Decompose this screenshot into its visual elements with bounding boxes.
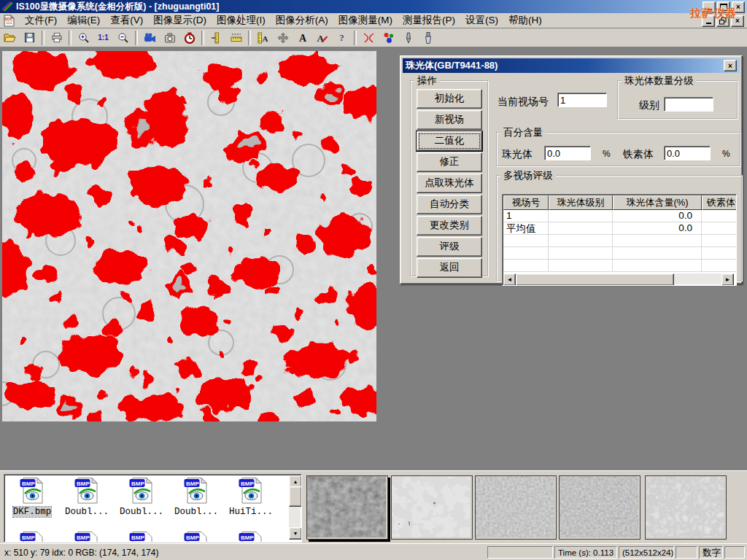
file-item-partial[interactable]: BMP: [170, 532, 222, 542]
timer-button[interactable]: [180, 29, 198, 46]
file-name[interactable]: DKF.bmp: [13, 507, 52, 517]
col-pearlite-content[interactable]: 珠光体含量(%): [613, 195, 702, 210]
init-button[interactable]: 初始化: [417, 89, 482, 109]
current-field-input[interactable]: [557, 93, 607, 107]
toolbar-separator: [135, 31, 138, 45]
thumbnail-2[interactable]: [391, 475, 473, 540]
thumbnail-3[interactable]: [475, 475, 557, 540]
svg-text:BMP: BMP: [22, 534, 35, 541]
micrograph-image[interactable]: [2, 51, 376, 421]
mdi-client-area: 珠光体(GB/T9441-88) × 操作 初始化 新视场 二值化 修正 点取珠…: [0, 47, 747, 470]
file-browser[interactable]: BMP DKF.bmp BMP Doubl... BMP: [4, 474, 302, 542]
zoom-out-button[interactable]: [114, 29, 132, 46]
file-item-partial[interactable]: BMP: [61, 532, 113, 542]
cell-pearlite: 0.0: [613, 222, 702, 235]
annotate-tool-button[interactable]: A: [313, 29, 331, 46]
text-a-icon: A: [298, 32, 308, 43]
curve-tool-button[interactable]: [360, 29, 378, 46]
window-maximize-button[interactable]: [717, 1, 730, 13]
table-row[interactable]: 平均值 0.0: [503, 222, 737, 235]
window-minimize-button[interactable]: [703, 1, 716, 13]
ferrite-percent-input[interactable]: [664, 146, 711, 160]
scroll-thumb[interactable]: [289, 486, 302, 507]
binarize-button[interactable]: 二值化: [417, 131, 482, 151]
change-class-button[interactable]: 更改类别: [417, 216, 482, 236]
menu-help[interactable]: 帮助(H): [503, 12, 547, 28]
video-capture-button[interactable]: [141, 29, 159, 46]
open-file-button[interactable]: [1, 29, 19, 46]
thumbnail-1[interactable]: [306, 475, 388, 540]
file-name[interactable]: Doubl...: [174, 507, 218, 517]
file-name[interactable]: HuiTi...: [229, 507, 273, 517]
menu-image-analysis[interactable]: 图像分析(A): [271, 12, 333, 28]
zoom-in-button[interactable]: [74, 29, 93, 46]
toolbar-separator: [201, 31, 204, 45]
fill-tool-button[interactable]: [419, 29, 437, 46]
file-browser-vscrollbar[interactable]: ▲ ▼: [289, 475, 301, 540]
caliper-measure-button[interactable]: [207, 29, 225, 46]
save-button[interactable]: [20, 29, 39, 46]
multi-field-group: 多视场评级 视场号 珠光体级别 珠光体含量(%) 铁素体含量(%) 1: [496, 169, 743, 281]
pick-pearlite-button[interactable]: 点取珠光体: [417, 174, 482, 193]
child-close-button[interactable]: ×: [731, 15, 744, 27]
table-row[interactable]: 1 0.0: [503, 210, 737, 222]
print-button[interactable]: [47, 29, 66, 46]
snapshot-button[interactable]: [160, 29, 179, 46]
child-minimize-button[interactable]: [702, 15, 715, 27]
menu-view[interactable]: 查看(V): [105, 12, 148, 28]
rating-table[interactable]: 视场号 珠光体级别 珠光体含量(%) 铁素体含量(%) 1 0.0: [502, 194, 737, 286]
dialog-close-button[interactable]: ×: [724, 60, 737, 71]
grade-input[interactable]: [664, 97, 713, 112]
text-tool-button[interactable]: A: [293, 29, 311, 46]
scroll-track[interactable]: [674, 273, 721, 284]
svg-text:BMP: BMP: [77, 481, 90, 487]
file-item[interactable]: BMP DKF.bmp: [6, 478, 58, 517]
title-bar: IS100显微摄像系统(金相分析版) - [zhuguangti01] ×: [0, 0, 747, 13]
file-item[interactable]: BMP HuiTi...: [225, 478, 277, 517]
document-system-icon[interactable]: DOC: [3, 15, 15, 27]
auto-classify-button[interactable]: 自动分类: [417, 195, 482, 214]
file-name[interactable]: Doubl...: [65, 507, 109, 517]
menu-measure-report[interactable]: 测量报告(P): [398, 12, 460, 28]
correct-button[interactable]: 修正: [417, 152, 482, 172]
return-button[interactable]: 返回: [417, 258, 482, 278]
scroll-right-button[interactable]: ►: [721, 273, 734, 286]
ruler-measure-button[interactable]: [227, 29, 245, 46]
col-ferrite-content[interactable]: 铁素体含量(%): [702, 195, 737, 210]
rate-button[interactable]: 评级: [417, 237, 482, 257]
file-item-partial[interactable]: BMP: [225, 532, 277, 542]
scroll-left-button[interactable]: ◄: [503, 273, 516, 286]
new-field-button[interactable]: 新视场: [417, 110, 482, 130]
file-name[interactable]: Doubl...: [120, 507, 163, 517]
window-close-button[interactable]: ×: [732, 1, 745, 13]
file-item-partial[interactable]: BMP: [115, 532, 168, 542]
phase-marker-button[interactable]: [379, 29, 398, 46]
help-button[interactable]: ?: [333, 29, 351, 46]
col-pearlite-grade[interactable]: 珠光体级别: [549, 195, 613, 210]
pearlite-percent-input[interactable]: [544, 146, 591, 160]
child-restore-button[interactable]: [716, 15, 729, 27]
col-field-number[interactable]: 视场号: [503, 195, 549, 210]
menu-edit[interactable]: 编辑(E): [62, 12, 105, 28]
menu-image-display[interactable]: 图像显示(D): [148, 12, 212, 28]
menu-image-processing[interactable]: 图像处理(I): [212, 12, 271, 28]
menu-image-measure[interactable]: 图像测量(M): [333, 12, 398, 28]
file-item[interactable]: BMP Doubl...: [115, 478, 168, 517]
table-hscrollbar[interactable]: ◄ ►: [503, 273, 734, 284]
thumbnail-4[interactable]: [559, 475, 640, 540]
dialog-title-bar[interactable]: 珠光体(GB/T9441-88) ×: [403, 58, 740, 73]
calibrate-button[interactable]: A: [254, 29, 272, 46]
cell-grade: [549, 222, 613, 235]
scroll-down-button[interactable]: ▼: [289, 527, 302, 540]
menu-settings[interactable]: 设置(S): [460, 12, 503, 28]
actual-size-button[interactable]: 1:1: [94, 29, 112, 46]
file-item-partial[interactable]: BMP: [6, 532, 58, 542]
file-item[interactable]: BMP Doubl...: [170, 478, 222, 517]
thumbnail-5[interactable]: [645, 475, 727, 540]
pan-tool-button[interactable]: [274, 29, 292, 46]
picker-tool-button[interactable]: [399, 29, 417, 46]
scroll-thumb[interactable]: [516, 273, 674, 286]
file-item[interactable]: BMP Doubl...: [61, 478, 113, 517]
menu-file[interactable]: 文件(F): [20, 12, 62, 28]
timer-clock-icon: [184, 32, 196, 44]
